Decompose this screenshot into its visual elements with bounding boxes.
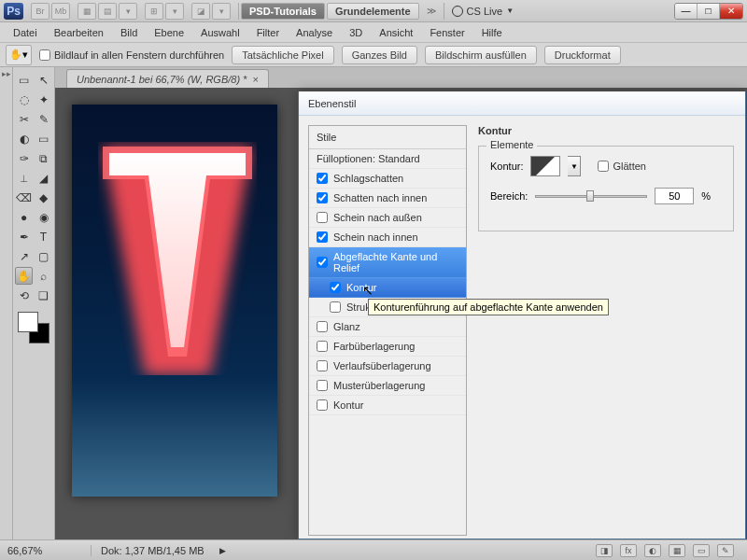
- menu-ebene[interactable]: Ebene: [147, 24, 191, 41]
- opt-btn-fit-screen[interactable]: Ganzes Bild: [342, 46, 417, 64]
- style-item-9[interactable]: Verlaufsüberlagerung: [309, 357, 466, 376]
- style-item-3[interactable]: Schein nach innen: [309, 228, 466, 247]
- style-checkbox-10[interactable]: [317, 380, 328, 391]
- current-tool-icon[interactable]: ✋▾: [6, 45, 32, 65]
- tool-11-0[interactable]: ⟲: [15, 287, 33, 304]
- style-checkbox-0[interactable]: [317, 173, 328, 184]
- tool-9-0[interactable]: ↗: [15, 247, 33, 265]
- style-checkbox-8[interactable]: [317, 341, 328, 352]
- menu-datei[interactable]: Datei: [6, 24, 45, 41]
- kontur-dropdown[interactable]: ▼: [568, 156, 581, 176]
- close-button[interactable]: ✕: [720, 4, 742, 19]
- opt-btn-actual-pixels[interactable]: Tatsächliche Pixel: [232, 46, 333, 64]
- opt-btn-fill-screen[interactable]: Bildschirm ausfüllen: [425, 46, 537, 64]
- style-item-5[interactable]: Kontur: [309, 278, 466, 298]
- status-zoom[interactable]: 66,67%: [0, 545, 92, 556]
- menu-bearbeiten[interactable]: Bearbeiten: [47, 24, 111, 41]
- style-checkbox-9[interactable]: [317, 360, 328, 371]
- tool-0-0[interactable]: ▭: [15, 71, 33, 89]
- document-canvas[interactable]: [72, 105, 277, 497]
- maximize-button[interactable]: □: [698, 4, 720, 19]
- style-checkbox-11[interactable]: [317, 399, 328, 411]
- style-item-10[interactable]: Musterüberlagerung: [309, 376, 466, 396]
- minimize-button[interactable]: —: [675, 4, 698, 19]
- glaetten-input[interactable]: [598, 161, 609, 172]
- scroll-all-input[interactable]: [39, 49, 50, 61]
- top-icon-1[interactable]: ▦: [78, 3, 96, 20]
- style-checkbox-1[interactable]: [317, 192, 328, 203]
- top-icon-4[interactable]: ⊞: [145, 3, 163, 20]
- tool-5-0[interactable]: ⟂: [15, 169, 33, 187]
- opt-btn-print-size[interactable]: Druckformat: [544, 46, 621, 64]
- tool-7-0[interactable]: ●: [15, 208, 33, 226]
- top-icon-2[interactable]: ▤: [98, 3, 117, 20]
- tool-1-1[interactable]: ✦: [35, 91, 52, 108]
- tool-1-0[interactable]: ◌: [15, 91, 33, 108]
- style-checkbox-2[interactable]: [317, 212, 328, 223]
- menu-filter[interactable]: Filter: [249, 24, 287, 41]
- style-item-2[interactable]: Schein nach außen: [309, 208, 466, 228]
- bereich-value[interactable]: 50: [655, 188, 694, 204]
- tool-3-1[interactable]: ▭: [35, 130, 52, 147]
- panel-icon-2[interactable]: fx: [620, 544, 637, 557]
- scroll-all-checkbox[interactable]: Bildlauf in allen Fenstern durchführen: [39, 49, 224, 61]
- tool-11-1[interactable]: ❏: [35, 287, 52, 304]
- tool-5-1[interactable]: ◢: [35, 169, 52, 187]
- color-swatches[interactable]: [18, 312, 49, 343]
- style-item-0[interactable]: Schlagschatten: [309, 169, 466, 189]
- workspace-inactive[interactable]: Grundelemente: [327, 3, 419, 20]
- style-item-7[interactable]: Glanz: [309, 317, 466, 337]
- dialog-title[interactable]: Ebenenstil: [299, 91, 745, 116]
- menu-auswahl[interactable]: Auswahl: [193, 24, 247, 41]
- style-checkbox-4[interactable]: [317, 257, 328, 268]
- panel-icon-5[interactable]: ▭: [693, 544, 710, 557]
- close-tab-icon[interactable]: ×: [252, 74, 258, 85]
- top-icon-6[interactable]: ◪: [191, 3, 210, 20]
- panel-icon-4[interactable]: ▦: [669, 544, 685, 557]
- bridge-button[interactable]: Br: [31, 3, 49, 20]
- tool-8-0[interactable]: ✒: [15, 228, 33, 245]
- cs-live-button[interactable]: CS Live ▼: [452, 6, 514, 17]
- tool-6-0[interactable]: ⌫: [15, 189, 33, 206]
- panel-icon-3[interactable]: ◐: [644, 544, 661, 557]
- bereich-slider[interactable]: [535, 189, 647, 203]
- style-checkbox-5[interactable]: [330, 282, 341, 293]
- kontur-swatch[interactable]: [530, 156, 560, 176]
- glaetten-checkbox[interactable]: Glätten: [598, 161, 645, 172]
- tool-6-1[interactable]: ◆: [35, 189, 52, 206]
- style-item-4[interactable]: Abgeflachte Kante und Relief: [309, 247, 466, 278]
- top-icon-3[interactable]: ▾: [119, 3, 137, 20]
- styles-header[interactable]: Stile: [309, 126, 466, 149]
- tool-8-1[interactable]: T: [35, 228, 52, 245]
- status-menu-icon[interactable]: ▶: [214, 546, 232, 555]
- tool-3-0[interactable]: ◐: [15, 130, 33, 147]
- top-icon-7[interactable]: ▾: [212, 3, 231, 20]
- tool-0-1[interactable]: ↖: [35, 71, 52, 89]
- style-fulloptionen[interactable]: Fülloptionen: Standard: [309, 149, 466, 169]
- menu-3d[interactable]: 3D: [342, 24, 370, 41]
- panel-icon-1[interactable]: ◨: [596, 544, 613, 557]
- style-checkbox-3[interactable]: [317, 231, 328, 243]
- tool-10-0[interactable]: ✋: [15, 267, 33, 285]
- workspace-more-icon[interactable]: ≫: [421, 6, 442, 16]
- tool-9-1[interactable]: ▢: [35, 247, 52, 265]
- status-docsize[interactable]: Dok: 1,37 MB/1,45 MB: [92, 545, 214, 556]
- menu-hilfe[interactable]: Hilfe: [474, 24, 510, 41]
- menu-ansicht[interactable]: Ansicht: [372, 24, 420, 41]
- menu-bild[interactable]: Bild: [113, 24, 145, 41]
- fg-swatch[interactable]: [18, 312, 38, 332]
- menu-analyse[interactable]: Analyse: [289, 24, 340, 41]
- tool-10-1[interactable]: ⌕: [35, 267, 52, 285]
- tool-2-1[interactable]: ✎: [35, 110, 52, 128]
- workspace-active[interactable]: PSD-Tutorials: [241, 3, 325, 20]
- tool-7-1[interactable]: ◉: [35, 208, 52, 226]
- document-tab[interactable]: Unbenannt-1 bei 66,7% (W, RGB/8) * ×: [66, 69, 269, 88]
- menu-fenster[interactable]: Fenster: [422, 24, 472, 41]
- style-item-1[interactable]: Schatten nach innen: [309, 189, 466, 208]
- style-item-11[interactable]: Kontur: [309, 396, 466, 415]
- top-icon-5[interactable]: ▾: [165, 3, 184, 20]
- tool-4-1[interactable]: ⧉: [35, 149, 52, 167]
- minibridge-button[interactable]: Mb: [51, 3, 70, 20]
- tool-2-0[interactable]: ✂: [15, 110, 33, 128]
- style-item-8[interactable]: Farbüberlagerung: [309, 337, 466, 357]
